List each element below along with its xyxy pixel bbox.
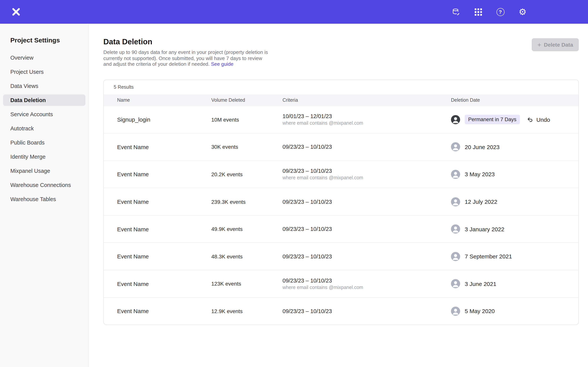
sidebar-item-label: Mixpanel Usage <box>10 168 50 174</box>
page-description: Delete up to 90 days data for any event … <box>103 49 272 67</box>
table-row: Event Name 239.3K events 09/23/23 – 10/1… <box>104 188 579 216</box>
sidebar-item-project-users[interactable]: Project Users <box>3 66 85 78</box>
undo-button[interactable]: Undo <box>527 117 550 123</box>
row-deletion-date-cell: 5 May 2020 <box>451 307 579 316</box>
sidebar-item-label: Public Boards <box>10 140 45 146</box>
sidebar-item-label: Overview <box>10 55 34 61</box>
row-deletion-date-cell: 7 September 2021 <box>451 252 579 261</box>
row-criteria: 09/23/23 – 10/10/23 where email contains… <box>283 277 451 290</box>
row-criteria-filter: where email contains @mixpanel.com <box>283 121 451 126</box>
row-criteria-range: 09/23/23 – 10/10/23 <box>283 277 451 284</box>
gear-icon: ⚙ <box>519 8 526 16</box>
delete-data-button[interactable]: + Delete Data <box>532 38 579 51</box>
sidebar-item-mixpanel-usage[interactable]: Mixpanel Usage <box>3 165 85 177</box>
row-volume-deleted: 20.2K events <box>211 171 283 177</box>
sidebar-item-label: Warehouse Connections <box>10 182 71 188</box>
sidebar-item-data-views[interactable]: Data Views <box>3 80 85 92</box>
data-management-icon[interactable] <box>450 5 462 18</box>
avatar <box>451 252 460 261</box>
sidebar-item-autotrack[interactable]: Autotrack <box>3 123 85 134</box>
table-row: Event Name 30K events 09/23/23 – 10/10/2… <box>104 133 579 161</box>
sidebar-title: Project Settings <box>10 37 88 44</box>
undo-label: Undo <box>536 117 550 123</box>
table-row: Event Name 48.3K events 09/23/23 – 10/10… <box>104 243 579 270</box>
sidebar-item-data-deletion[interactable]: Data Deletion <box>3 94 85 106</box>
question-mark-icon: ? <box>496 8 504 16</box>
table-body: Signup_login 10M events 10/01/23 – 12/01… <box>104 106 579 325</box>
column-header-criteria: Criteria <box>283 98 451 103</box>
column-header-volume-deleted: Volume Deleted <box>211 98 283 103</box>
row-criteria-range: 09/23/23 – 10/10/23 <box>283 253 451 259</box>
row-criteria: 09/23/23 – 10/10/23 <box>283 253 451 259</box>
avatar <box>451 197 460 206</box>
page-description-text: Delete up to 90 days data for any event … <box>103 49 268 67</box>
row-volume-deleted: 123K events <box>211 281 283 287</box>
row-volume-deleted: 10M events <box>211 117 283 123</box>
row-event-name: Signup_login <box>117 117 211 123</box>
deletion-date: 3 June 2021 <box>465 281 496 287</box>
sidebar-item-warehouse-connections[interactable]: Warehouse Connections <box>3 179 85 191</box>
column-header-deletion-date: Deletion Date <box>451 98 579 103</box>
row-criteria-range: 09/23/23 – 10/10/23 <box>283 199 451 205</box>
sidebar-item-warehouse-tables[interactable]: Warehouse Tables <box>3 193 85 205</box>
table-row: Event Name 123K events 09/23/23 – 10/10/… <box>104 270 579 298</box>
row-criteria-range: 09/23/23 – 10/10/23 <box>283 308 451 314</box>
row-criteria-range: 10/01/23 – 12/01/23 <box>283 113 451 119</box>
table-row: Event Name 49.9K events 09/23/23 – 10/10… <box>104 216 579 243</box>
deletion-date: 12 July 2022 <box>465 198 497 205</box>
sidebar-item-label: Service Accounts <box>10 111 53 117</box>
row-criteria: 09/23/23 – 10/10/23 where email contains… <box>283 168 451 181</box>
row-criteria: 09/23/23 – 10/10/23 <box>283 144 451 150</box>
table-header-row: Name Volume Deleted Criteria Deletion Da… <box>104 94 579 106</box>
sidebar-item-label: Autotrack <box>10 125 34 132</box>
row-criteria-range: 09/23/23 – 10/10/23 <box>283 144 451 150</box>
column-header-name: Name <box>117 98 211 103</box>
row-deletion-date-cell: 20 June 2023 <box>451 142 579 151</box>
row-criteria-range: 09/23/23 – 10/10/23 <box>283 168 451 174</box>
deletion-date: 3 January 2022 <box>465 226 504 232</box>
deletion-status-badge: Permanent in 7 Days <box>465 115 520 125</box>
main-content: Data Deletion Delete up to 90 days data … <box>89 24 588 367</box>
row-deletion-date-cell: 3 January 2022 <box>451 225 579 234</box>
undo-icon <box>527 117 533 123</box>
sidebar-item-label: Data Deletion <box>10 97 46 103</box>
row-deletion-date-cell: 3 June 2021 <box>451 279 579 288</box>
sidebar-item-label: Project Users <box>10 69 44 75</box>
row-criteria: 10/01/23 – 12/01/23 where email contains… <box>283 113 451 126</box>
row-event-name: Event Name <box>117 308 211 314</box>
see-guide-link[interactable]: See guide <box>211 61 233 67</box>
deletion-date: 7 September 2021 <box>465 253 512 260</box>
deletion-date: 20 June 2023 <box>465 144 500 150</box>
avatar <box>451 170 460 179</box>
row-volume-deleted: 48.3K events <box>211 253 283 259</box>
help-icon[interactable]: ? <box>494 5 507 18</box>
avatar <box>451 279 460 288</box>
row-event-name: Event Name <box>117 198 211 205</box>
page-title: Data Deletion <box>103 37 579 46</box>
row-volume-deleted: 12.9K events <box>211 308 283 314</box>
row-event-name: Event Name <box>117 281 211 287</box>
sidebar-item-label: Data Views <box>10 83 38 89</box>
sidebar-item-identity-merge[interactable]: Identity Merge <box>3 151 85 162</box>
sidebar-item-label: Warehouse Tables <box>10 196 56 202</box>
topbar: ? ⚙ <box>0 0 588 24</box>
mixpanel-logo[interactable] <box>10 6 22 17</box>
sidebar-item-public-boards[interactable]: Public Boards <box>3 137 85 148</box>
avatar <box>451 307 460 316</box>
row-criteria: 09/23/23 – 10/10/23 <box>283 226 451 232</box>
row-criteria-range: 09/23/23 – 10/10/23 <box>283 226 451 232</box>
table-row: Event Name 12.9K events 09/23/23 – 10/10… <box>104 298 579 325</box>
settings-icon[interactable]: ⚙ <box>516 5 529 18</box>
topbar-actions: ? ⚙ <box>450 5 588 18</box>
table-row: Event Name 20.2K events 09/23/23 – 10/10… <box>104 161 579 188</box>
row-deletion-date-cell: 3 May 2023 <box>451 170 579 179</box>
apps-grid-icon[interactable] <box>472 5 485 18</box>
delete-data-button-label: Delete Data <box>544 42 573 48</box>
plus-icon: + <box>537 42 541 48</box>
row-event-name: Event Name <box>117 253 211 260</box>
row-volume-deleted: 239.3K events <box>211 199 283 205</box>
results-count: 5 Results <box>104 80 579 94</box>
sidebar-item-overview[interactable]: Overview <box>3 52 85 63</box>
row-criteria-filter: where email contains @mixpanel.com <box>283 285 451 290</box>
sidebar-item-service-accounts[interactable]: Service Accounts <box>3 108 85 120</box>
